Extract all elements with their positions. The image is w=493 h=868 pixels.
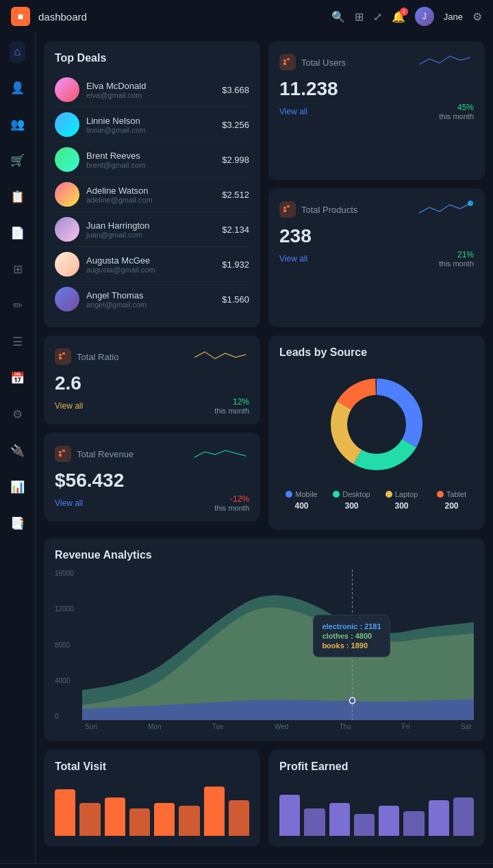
sidebar-item-settings[interactable]: ⚙ xyxy=(8,403,27,426)
sidebar-item-plugin[interactable]: 🔌 xyxy=(6,439,29,462)
sidebar-item-report[interactable]: 📑 xyxy=(6,512,29,535)
products-change-sub: this month xyxy=(439,259,474,268)
tablet-dot xyxy=(437,491,444,498)
deal-info: Angel Thomas angel@gmail.com xyxy=(86,290,222,309)
revenue-analytics-card: Revenue Analytics 16000 12000 8000 4000 … xyxy=(44,538,485,741)
laptop-label: Laptop xyxy=(395,490,418,498)
settings-icon[interactable]: ⚙ xyxy=(472,10,482,23)
visit-bar xyxy=(179,806,199,836)
legend-mobile: Mobile 400 xyxy=(279,490,324,511)
total-ratio-value: 2.6 xyxy=(55,372,249,394)
users-mini-chart xyxy=(419,51,474,74)
ratio-mini-chart xyxy=(194,345,249,368)
leads-title: Leads by Source xyxy=(279,346,474,359)
deal-name: Juan Harrington xyxy=(86,220,222,231)
deal-info: Augusta McGee augusta@gmail.com xyxy=(86,255,222,274)
sidebar-item-user[interactable]: 👤 xyxy=(6,77,29,99)
total-ratio-link[interactable]: View all xyxy=(55,401,83,411)
deal-name: Brent Reeves xyxy=(86,151,222,161)
notif-badge: 1 xyxy=(400,8,408,16)
deal-avatar xyxy=(55,252,79,277)
sidebar-item-chart[interactable]: 📊 xyxy=(6,476,29,498)
sidebar-item-document[interactable]: 📄 xyxy=(6,222,29,244)
deal-item: Augusta McGee augusta@gmail.com $1.932 xyxy=(55,247,249,282)
mobile-label: Mobile xyxy=(295,490,317,498)
legend-label: Laptop xyxy=(385,490,418,498)
sidebar-item-calendar[interactable]: 📅 xyxy=(6,367,29,390)
sidebar-item-menu[interactable]: ☰ xyxy=(8,331,27,353)
deal-amount: $2.134 xyxy=(222,225,249,235)
desktop-label: Desktop xyxy=(342,490,370,498)
laptop-dot xyxy=(385,491,392,498)
header: ■ dashboard 🔍 ⊞ ⤢ 🔔 1 J Jane ⚙ xyxy=(0,0,493,33)
total-visit-card: Total Visit xyxy=(44,750,260,847)
sidebar-item-list[interactable]: 📋 xyxy=(6,186,29,208)
deal-email: elva@gmail.com xyxy=(86,91,222,99)
total-visit-title: Total Visit xyxy=(55,761,249,773)
x-labels: Sun Mon Tue Wed Thu Fri Sat xyxy=(55,723,474,730)
deal-email: juan@gmail.com xyxy=(86,231,222,239)
svg-rect-3 xyxy=(283,207,286,209)
sidebar-item-edit[interactable]: ✏ xyxy=(9,294,27,317)
products-change-value: 21% xyxy=(439,250,474,259)
legend-tablet: Tablet 200 xyxy=(429,490,474,511)
deal-amount: $2.512 xyxy=(222,190,249,200)
total-revenue-value: $56.432 xyxy=(55,470,249,492)
top-deals-card: Top Deals Elva McDonald elva@gmail.com $… xyxy=(44,41,260,327)
svg-rect-1 xyxy=(287,58,290,60)
revenue-change-value: -12% xyxy=(214,494,249,504)
deal-name: Elva McDonald xyxy=(86,81,222,91)
y-label: 16000 xyxy=(55,570,82,577)
total-products-card: Total Products 238 View all 21% this mon xyxy=(268,188,485,327)
sidebar-item-grid[interactable]: ⊞ xyxy=(9,258,27,281)
deal-info: Juan Harrington juan@gmail.com xyxy=(86,220,222,239)
legend-desktop: Desktop 300 xyxy=(329,490,374,511)
legend-row: Mobile 400 Desktop 300 xyxy=(279,490,474,511)
tablet-label: Tablet xyxy=(446,490,466,498)
deal-email: angel@gmail.com xyxy=(86,301,222,309)
total-users-value: 11.238 xyxy=(279,78,474,100)
x-label-fri: Fri xyxy=(402,723,410,730)
deal-avatar xyxy=(55,77,79,102)
legend-laptop: Laptop 300 xyxy=(379,490,424,511)
y-label: 0 xyxy=(55,713,82,720)
deal-name: Linnie Nelson xyxy=(86,116,222,126)
stat-icon xyxy=(279,54,296,71)
deal-email: adeline@gmail.com xyxy=(86,196,222,204)
visit-bar xyxy=(154,803,175,836)
grid-icon[interactable]: ⊞ xyxy=(355,10,364,23)
users-change-value: 45% xyxy=(439,103,474,112)
stat-header: Total Revenue xyxy=(55,442,249,465)
legend-label: Tablet xyxy=(437,490,466,498)
header-title: dashboard xyxy=(38,11,87,23)
sidebar-item-cart[interactable]: 🛒 xyxy=(6,149,29,172)
deal-info: Elva McDonald elva@gmail.com xyxy=(86,81,222,99)
stat-label-row: Total Revenue xyxy=(55,446,134,462)
profit-bar xyxy=(354,814,375,836)
profit-bar xyxy=(403,811,424,836)
notification-bell[interactable]: 🔔 1 xyxy=(392,10,405,23)
svg-rect-7 xyxy=(59,354,62,356)
deal-email: augusta@gmail.com xyxy=(86,266,222,274)
content-area: Top Deals Elva McDonald elva@gmail.com $… xyxy=(36,33,493,863)
stat-header: Total Ratio xyxy=(55,345,249,368)
sidebar-item-team[interactable]: 👥 xyxy=(6,113,29,136)
total-revenue-link[interactable]: View all xyxy=(55,498,83,508)
total-users-link[interactable]: View all xyxy=(279,107,307,116)
expand-icon[interactable]: ⤢ xyxy=(373,10,382,23)
avatar[interactable]: J xyxy=(415,7,434,26)
stat-footer: View all -12% this month xyxy=(55,494,249,512)
sidebar-item-home[interactable]: ⌂ xyxy=(10,41,25,63)
deal-info: Linnie Nelson linnie@gmail.com xyxy=(86,116,222,134)
stat-change: -12% this month xyxy=(214,494,249,512)
profit-bar xyxy=(304,808,325,836)
total-products-link[interactable]: View all xyxy=(279,254,307,264)
legend-label: Desktop xyxy=(333,490,370,498)
search-icon[interactable]: 🔍 xyxy=(331,10,345,23)
x-label-tue: Tue xyxy=(212,723,224,730)
deal-amount: $2.998 xyxy=(222,155,249,165)
svg-point-17 xyxy=(348,396,405,453)
deal-item: Elva McDonald elva@gmail.com $3.668 xyxy=(55,73,249,107)
deal-avatar xyxy=(55,217,79,242)
svg-rect-0 xyxy=(283,60,286,62)
